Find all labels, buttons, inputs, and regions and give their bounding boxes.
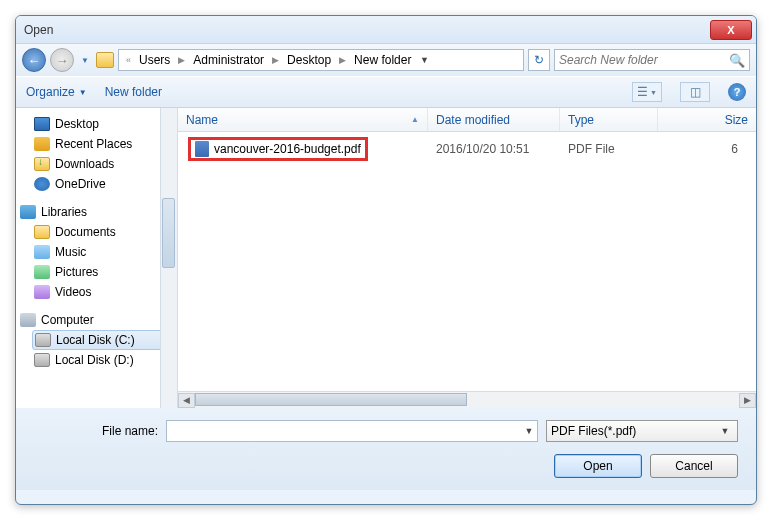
breadcrumb-segment[interactable]: Administrator (190, 52, 267, 68)
new-folder-button[interactable]: New folder (105, 85, 162, 99)
sidebar-label: Desktop (55, 117, 99, 131)
address-bar: ← → ▼ « Users ▶ Administrator ▶ Desktop … (16, 44, 756, 76)
file-list-pane: Name▲ Date modified Type Size vancouver-… (178, 108, 756, 408)
sidebar-item-documents[interactable]: Documents (32, 222, 177, 242)
pdf-file-icon (195, 141, 209, 157)
organize-menu[interactable]: Organize ▼ (26, 85, 87, 99)
sidebar-item-drive-d[interactable]: Local Disk (D:) (32, 350, 177, 370)
open-dialog: Open X ← → ▼ « Users ▶ Administrator ▶ D… (15, 15, 757, 505)
scroll-right-button[interactable]: ▶ (739, 393, 756, 408)
open-button[interactable]: Open (554, 454, 642, 478)
refresh-button[interactable]: ↻ (528, 49, 550, 71)
sidebar-computer-header[interactable]: Computer (20, 310, 177, 330)
sidebar-item-recent[interactable]: Recent Places (32, 134, 177, 154)
sidebar-label: Recent Places (55, 137, 132, 151)
file-highlight: vancouver-2016-budget.pdf (188, 137, 368, 161)
sidebar-label: Libraries (41, 205, 87, 219)
breadcrumb-segment[interactable]: Users (136, 52, 173, 68)
view-options-button[interactable]: ☰ ▼ (632, 82, 662, 102)
disk-icon (34, 353, 50, 367)
sidebar-label: Local Disk (C:) (56, 333, 135, 347)
filename-label: File name: (34, 424, 158, 438)
sidebar-item-drive-c[interactable]: Local Disk (C:) (32, 330, 177, 350)
sidebar-label: Videos (55, 285, 91, 299)
desktop-icon (34, 117, 50, 131)
close-button[interactable]: X (710, 20, 752, 40)
breadcrumb-segment[interactable]: New folder (351, 52, 414, 68)
toolbar: Organize ▼ New folder ☰ ▼ ◫ ? (16, 76, 756, 108)
documents-icon (34, 225, 50, 239)
libraries-icon (20, 205, 36, 219)
sidebar-scrollbar[interactable] (160, 108, 177, 408)
filename-input[interactable] (167, 424, 521, 438)
file-type: PDF File (560, 142, 658, 156)
search-input[interactable] (559, 53, 729, 67)
file-size: 6 (658, 142, 750, 156)
preview-pane-button[interactable]: ◫ (680, 82, 710, 102)
search-box[interactable]: 🔍 (554, 49, 750, 71)
file-name: vancouver-2016-budget.pdf (214, 142, 361, 156)
sidebar-item-desktop[interactable]: Desktop (32, 114, 177, 134)
column-name[interactable]: Name▲ (178, 108, 428, 131)
sidebar-item-pictures[interactable]: Pictures (32, 262, 177, 282)
titlebar: Open X (16, 16, 756, 44)
pictures-icon (34, 265, 50, 279)
sidebar-item-videos[interactable]: Videos (32, 282, 177, 302)
sidebar-item-onedrive[interactable]: OneDrive (32, 174, 177, 194)
filetype-filter[interactable]: PDF Files(*.pdf) ▼ (546, 420, 738, 442)
recent-icon (34, 137, 50, 151)
sidebar-libraries-header[interactable]: Libraries (20, 202, 177, 222)
sidebar-item-music[interactable]: Music (32, 242, 177, 262)
back-button[interactable]: ← (22, 48, 46, 72)
column-size[interactable]: Size (658, 108, 756, 131)
folder-icon (96, 52, 114, 68)
search-icon: 🔍 (729, 53, 745, 68)
forward-button[interactable]: → (50, 48, 74, 72)
sidebar-label: Music (55, 245, 86, 259)
music-icon (34, 245, 50, 259)
column-date[interactable]: Date modified (428, 108, 560, 131)
sidebar-label: Local Disk (D:) (55, 353, 134, 367)
sidebar-label: Pictures (55, 265, 98, 279)
sort-indicator-icon: ▲ (411, 115, 419, 124)
help-button[interactable]: ? (728, 83, 746, 101)
file-list[interactable]: vancouver-2016-budget.pdf 2016/10/20 10:… (178, 132, 756, 391)
chevron-icon: « (123, 55, 134, 65)
sidebar-label: Downloads (55, 157, 114, 171)
chevron-down-icon: ▼ (79, 88, 87, 97)
chevron-right-icon: ▶ (269, 55, 282, 65)
window-title: Open (24, 23, 710, 37)
new-folder-label: New folder (105, 85, 162, 99)
file-date: 2016/10/20 10:51 (428, 142, 560, 156)
dialog-body: Desktop Recent Places Downloads OneDrive… (16, 108, 756, 408)
filename-combobox[interactable]: ▼ (166, 420, 538, 442)
filter-value: PDF Files(*.pdf) (551, 424, 717, 438)
chevron-down-icon: ▼ (717, 426, 733, 436)
chevron-right-icon: ▶ (175, 55, 188, 65)
scroll-track[interactable] (195, 393, 739, 408)
scrollbar-thumb[interactable] (195, 393, 467, 406)
breadcrumb[interactable]: « Users ▶ Administrator ▶ Desktop ▶ New … (118, 49, 524, 71)
navigation-pane: Desktop Recent Places Downloads OneDrive… (16, 108, 178, 408)
horizontal-scrollbar[interactable]: ◀ ▶ (178, 391, 756, 408)
downloads-icon (34, 157, 50, 171)
disk-icon (35, 333, 51, 347)
chevron-down-icon[interactable]: ▼ (521, 426, 537, 436)
sidebar-label: OneDrive (55, 177, 106, 191)
breadcrumb-segment[interactable]: Desktop (284, 52, 334, 68)
computer-icon (20, 313, 36, 327)
sidebar-item-downloads[interactable]: Downloads (32, 154, 177, 174)
sidebar-label: Computer (41, 313, 94, 327)
videos-icon (34, 285, 50, 299)
sidebar-label: Documents (55, 225, 116, 239)
chevron-right-icon: ▶ (336, 55, 349, 65)
cancel-button[interactable]: Cancel (650, 454, 738, 478)
column-type[interactable]: Type (560, 108, 658, 131)
scroll-left-button[interactable]: ◀ (178, 393, 195, 408)
nav-history-dropdown[interactable]: ▼ (78, 48, 92, 72)
file-row[interactable]: vancouver-2016-budget.pdf 2016/10/20 10:… (184, 138, 750, 160)
scrollbar-thumb[interactable] (162, 198, 175, 268)
onedrive-icon (34, 177, 50, 191)
organize-label: Organize (26, 85, 75, 99)
breadcrumb-dropdown[interactable]: ▼ (416, 55, 432, 65)
